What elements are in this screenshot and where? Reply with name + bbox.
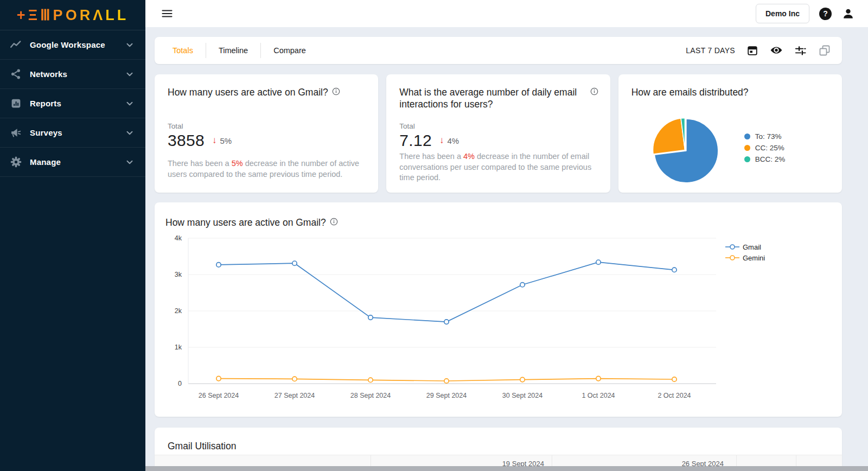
sidebar-item-manage[interactable]: Manage — [0, 148, 145, 177]
gear-icon — [10, 156, 22, 168]
total-value: 3858 — [168, 131, 205, 150]
account-icon[interactable] — [841, 7, 855, 21]
sidebar-item-label: Reports — [30, 99, 61, 108]
section-title: Gmail Utilisation — [155, 428, 842, 452]
total-label: Total — [399, 122, 459, 130]
sidebar-nav: Google Workspace Networks Reports — [0, 30, 145, 177]
chevron-down-icon — [125, 99, 135, 109]
share-icon — [10, 68, 22, 80]
sidebar-item-label: Networks — [30, 69, 67, 79]
hamburger-menu-icon[interactable] — [161, 7, 174, 20]
card-title: How many users are active on Gmail? — [168, 86, 365, 98]
svg-text:4k: 4k — [175, 234, 182, 242]
sidebar-item-reports[interactable]: Reports — [0, 89, 145, 118]
sidebar-item-label: Surveys — [30, 128, 62, 137]
total-value: 7.12 — [399, 131, 432, 150]
sidebar-item-label: Google Workspace — [30, 40, 105, 49]
svg-text:29 Sept 2024: 29 Sept 2024 — [426, 392, 467, 399]
date-range-label[interactable]: LAST 7 DAYS — [686, 46, 735, 55]
eye-icon[interactable] — [770, 44, 783, 57]
pie-legend: To: 73% CC: 25% BCC: 2% — [744, 131, 786, 165]
sidebar: +ΞⅢPORΛLL Google Workspace Networks — [0, 0, 145, 471]
down-arrow-icon: ↓ — [212, 135, 217, 146]
svg-text:2k: 2k — [175, 307, 182, 315]
card-description: There has been a 5% decrease in the numb… — [168, 158, 366, 180]
calendar-icon[interactable] — [746, 44, 758, 56]
card-active-users-timeline: How many users are active on Gmail? 01k2… — [155, 202, 842, 417]
info-icon[interactable] — [590, 87, 598, 96]
tune-filters-icon[interactable] — [794, 44, 807, 57]
org-button[interactable]: Demo Inc — [756, 4, 809, 23]
chevron-down-icon — [125, 40, 135, 50]
card-title: How many users are active on Gmail? — [165, 217, 831, 228]
horizontal-scrollbar[interactable] — [145, 466, 868, 471]
chevron-down-icon — [125, 128, 135, 138]
card-email-distribution: How are emails distributed? To: 73% CC: … — [618, 74, 842, 193]
megaphone-icon — [10, 127, 22, 139]
svg-text:1k: 1k — [175, 343, 182, 351]
svg-text:27 Sept 2024: 27 Sept 2024 — [275, 392, 315, 399]
main-content: Totals Timeline Compare LAST 7 DAYS — [145, 27, 868, 471]
chevron-down-icon — [125, 69, 135, 79]
info-icon[interactable] — [330, 218, 338, 226]
total-label: Total — [168, 122, 232, 130]
legend-item: To: 73% — [744, 131, 786, 142]
svg-text:30 Sept 2024: 30 Sept 2024 — [502, 392, 542, 399]
card-title: How are emails distributed? — [631, 86, 829, 98]
card-email-interactions: What is the average number of daily emai… — [386, 74, 610, 193]
chart-line-icon — [10, 39, 22, 51]
delta-percent: 4% — [447, 136, 459, 145]
copy-layers-icon[interactable] — [818, 44, 831, 57]
top-header: Demo Inc — [145, 0, 868, 27]
card-title: What is the average number of daily emai… — [399, 86, 597, 110]
brand-logo[interactable]: +ΞⅢPORΛLL — [0, 0, 145, 30]
down-arrow-icon: ↓ — [439, 135, 444, 146]
help-icon[interactable] — [819, 8, 832, 20]
legend-dot — [744, 156, 750, 162]
svg-text:Gmail: Gmail — [743, 243, 761, 251]
line-chart: 01k2k3k4k26 Sept 202427 Sept 202428 Sept… — [165, 233, 834, 404]
card-active-users: How many users are active on Gmail? Tota… — [155, 74, 378, 193]
sidebar-item-label: Manage — [30, 157, 61, 167]
svg-text:26 Sept 2024: 26 Sept 2024 — [199, 392, 239, 399]
card-gmail-utilisation: Gmail Utilisation 19 Sept 2024 26 Sept 2… — [155, 428, 842, 471]
legend-dot — [744, 133, 750, 139]
tab-compare[interactable]: Compare — [261, 37, 318, 64]
legend-item: CC: 25% — [744, 142, 786, 154]
kpi-cards-row: How many users are active on Gmail? Tota… — [155, 74, 842, 193]
svg-text:2 Oct 2024: 2 Oct 2024 — [658, 392, 691, 399]
sidebar-item-surveys[interactable]: Surveys — [0, 118, 145, 148]
info-icon[interactable] — [332, 87, 340, 96]
pie-chart — [649, 114, 721, 188]
tab-totals[interactable]: Totals — [160, 37, 206, 64]
sidebar-item-google-workspace[interactable]: Google Workspace — [0, 30, 145, 60]
app-window: +ΞⅢPORΛLL Google Workspace Networks — [0, 0, 868, 471]
report-toolbar: Totals Timeline Compare LAST 7 DAYS — [155, 37, 842, 64]
card-description: There has been a 4% decrease in the numb… — [399, 151, 598, 183]
bar-chart-icon — [10, 98, 22, 110]
legend-dot — [744, 145, 750, 151]
chevron-down-icon — [125, 157, 135, 167]
stat-block: Total 7.12 ↓ 4% — [399, 122, 459, 150]
brand-logo-text: +ΞⅢPORΛLL — [17, 7, 129, 24]
tab-timeline[interactable]: Timeline — [206, 37, 260, 64]
svg-text:0: 0 — [178, 380, 182, 387]
svg-text:Gemini: Gemini — [743, 254, 765, 262]
delta-percent: 5% — [220, 136, 232, 145]
legend-item: BCC: 2% — [744, 154, 786, 165]
stat-block: Total 3858 ↓ 5% — [168, 122, 232, 150]
sidebar-item-networks[interactable]: Networks — [0, 60, 145, 89]
svg-text:3k: 3k — [175, 271, 182, 278]
svg-text:1 Oct 2024: 1 Oct 2024 — [582, 392, 615, 399]
svg-text:28 Sept 2024: 28 Sept 2024 — [350, 392, 391, 399]
